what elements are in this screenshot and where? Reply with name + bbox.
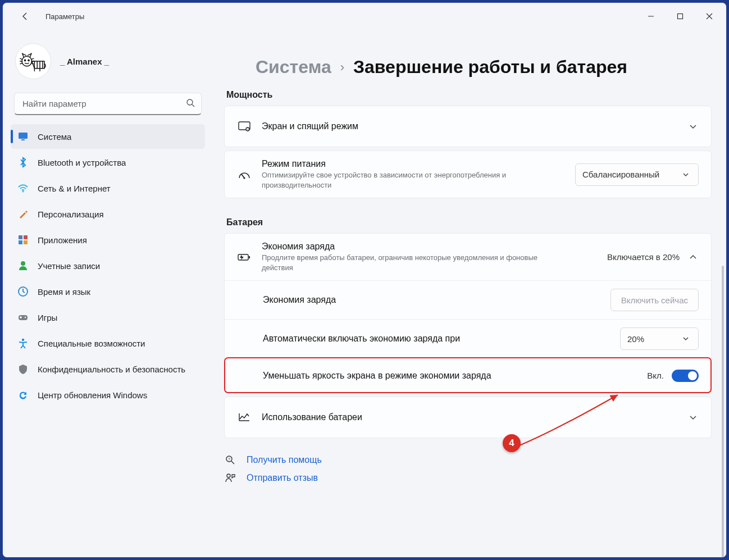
battery-saver-icon xyxy=(237,253,252,262)
row-title: Режим питания xyxy=(262,159,565,169)
app-title: Параметры xyxy=(45,12,84,21)
chevron-down-icon xyxy=(680,169,691,180)
sidebar-item-accessibility[interactable]: Специальные возможности xyxy=(11,331,205,356)
sidebar-item-brush[interactable]: Персонализация xyxy=(11,202,205,226)
svg-rect-8 xyxy=(19,235,22,239)
row-title: Автоматически включать экономию заряда п… xyxy=(263,334,610,344)
sidebar-item-bluetooth[interactable]: Bluetooth и устройства xyxy=(11,150,205,175)
help-link-row: ? Получить помощь xyxy=(224,455,712,465)
nav-list: СистемаBluetooth и устройстваСеть & и Ин… xyxy=(11,124,205,407)
section-battery-label: Батарея xyxy=(226,217,712,227)
wifi-icon xyxy=(17,183,29,194)
shield-icon xyxy=(17,363,29,375)
row-saver-now: Экономия заряда Включить сейчас xyxy=(225,280,711,319)
sidebar-item-clock[interactable]: Время и язык xyxy=(11,279,205,304)
sidebar-item-update[interactable]: Центр обновления Windows xyxy=(11,383,205,407)
enable-now-button[interactable]: Включить сейчас xyxy=(610,289,699,311)
sidebar-item-label: Сеть & и Интернет xyxy=(38,184,111,193)
content-area: Система › Завершение работы и батарея Мо… xyxy=(211,30,726,557)
svg-point-2 xyxy=(24,60,25,61)
svg-rect-11 xyxy=(24,240,28,244)
clock-icon xyxy=(17,286,29,297)
row-title: Экономия заряда xyxy=(262,242,597,252)
brush-icon xyxy=(17,208,29,220)
row-title: Экономия заряда xyxy=(263,295,600,305)
back-button[interactable] xyxy=(16,7,34,25)
saver-status: Включается в 20% xyxy=(607,252,680,262)
svg-point-12 xyxy=(21,261,25,266)
svg-point-24 xyxy=(227,474,230,477)
chevron-down-icon xyxy=(687,121,699,132)
sidebar-item-apps[interactable]: Приложения xyxy=(11,227,205,252)
svg-point-15 xyxy=(25,317,26,318)
power-mode-select[interactable]: Сбалансированный xyxy=(575,163,699,186)
svg-rect-5 xyxy=(19,133,28,139)
screen-icon xyxy=(237,121,252,131)
search-input[interactable] xyxy=(14,93,202,115)
gauge-icon xyxy=(237,170,252,179)
row-saver-header[interactable]: Экономия заряда Продлите время работы ба… xyxy=(225,234,711,280)
row-title: Уменьшать яркость экрана в режиме эконом… xyxy=(263,371,637,381)
person-icon xyxy=(17,260,29,271)
chevron-down-icon xyxy=(687,412,699,423)
sidebar-item-person[interactable]: Учетные записи xyxy=(11,253,205,278)
card-screen-sleep[interactable]: Экран и спящий режим xyxy=(224,106,712,147)
sidebar-item-label: Система xyxy=(38,132,71,142)
sidebar-item-label: Персонализация xyxy=(38,210,104,219)
profile-block[interactable]: _ Almanex _ xyxy=(11,37,205,90)
avatar-image xyxy=(20,50,47,72)
sidebar-item-monitor[interactable]: Система xyxy=(11,124,205,149)
feedback-icon xyxy=(224,473,236,483)
svg-rect-10 xyxy=(19,240,22,244)
sidebar-item-label: Bluetooth и устройства xyxy=(38,158,126,167)
svg-point-3 xyxy=(28,60,29,61)
svg-point-1 xyxy=(22,56,32,66)
sidebar-item-gamepad[interactable]: Игры xyxy=(11,305,205,330)
sidebar-item-label: Время и язык xyxy=(38,287,90,297)
sidebar-item-label: Специальные возможности xyxy=(38,339,145,348)
lower-brightness-toggle[interactable] xyxy=(672,370,699,382)
auto-threshold-select[interactable]: 20% xyxy=(620,327,699,350)
chevron-right-icon: › xyxy=(340,60,344,75)
search-icon xyxy=(186,98,195,110)
card-battery-saver: Экономия заряда Продлите время работы ба… xyxy=(224,233,712,393)
breadcrumb-parent[interactable]: Система xyxy=(256,57,331,78)
row-title: Экран и спящий режим xyxy=(262,121,677,131)
annotation-badge: 4 xyxy=(503,434,521,452)
user-name: _ Almanex _ xyxy=(60,57,109,66)
update-icon xyxy=(17,389,29,400)
row-subtitle: Продлите время работы батареи, ограничив… xyxy=(262,253,554,272)
maximize-button[interactable] xyxy=(666,5,695,28)
breadcrumb: Система › Завершение работы и батарея xyxy=(256,57,712,78)
select-value: Сбалансированный xyxy=(582,170,659,179)
settings-window: Параметры xyxy=(2,2,727,558)
sidebar-item-shield[interactable]: Конфиденциальность и безопасность xyxy=(11,357,205,381)
feedback-link[interactable]: Отправить отзыв xyxy=(247,473,318,483)
sidebar-item-label: Игры xyxy=(38,313,57,322)
accessibility-icon xyxy=(17,338,29,349)
help-icon: ? xyxy=(224,455,236,465)
minimize-button[interactable] xyxy=(636,5,666,28)
row-subtitle: Оптимизируйте свое устройство в зависимо… xyxy=(262,170,554,190)
sidebar-item-wifi[interactable]: Сеть & и Интернет xyxy=(11,176,205,201)
row-lower-brightness: Уменьшать яркость экрана в режиме эконом… xyxy=(225,358,711,393)
svg-point-4 xyxy=(187,99,193,105)
feedback-link-row: Отправить отзыв xyxy=(224,473,712,483)
select-value: 20% xyxy=(627,334,644,344)
row-saver-auto: Автоматически включать экономию заряда п… xyxy=(225,319,711,358)
window-controls xyxy=(636,5,724,28)
svg-text:?: ? xyxy=(228,457,230,461)
svg-rect-9 xyxy=(24,235,28,239)
help-link[interactable]: Получить помощь xyxy=(247,455,322,465)
chevron-down-icon xyxy=(680,333,691,344)
breadcrumb-current: Завершение работы и батарея xyxy=(353,57,627,78)
close-button[interactable] xyxy=(695,5,724,28)
sidebar-item-label: Учетные записи xyxy=(38,261,100,271)
sidebar-item-label: Конфиденциальность и безопасность xyxy=(38,365,185,374)
chart-icon xyxy=(237,412,252,422)
chevron-up-icon xyxy=(687,252,699,263)
scrollbar[interactable] xyxy=(722,266,724,557)
card-battery-usage[interactable]: Использование батареи xyxy=(224,397,712,438)
sidebar-item-label: Центр обновления Windows xyxy=(38,390,147,400)
apps-icon xyxy=(17,234,29,245)
